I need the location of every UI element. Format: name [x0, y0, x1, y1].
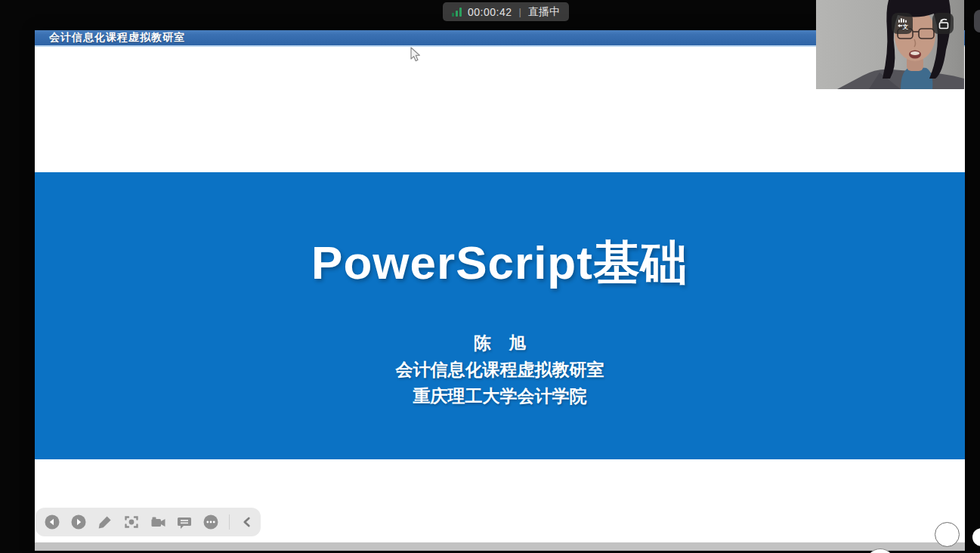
- rotate-view-icon: [935, 16, 951, 31]
- toolbar-divider: [229, 514, 230, 530]
- pen-icon: [97, 514, 113, 530]
- status-divider: |: [518, 6, 522, 17]
- chat-icon: [176, 514, 193, 530]
- slide-org-line2: 重庆理工大学会计学院: [35, 383, 965, 409]
- slide-author: 陈 旭: [35, 330, 965, 357]
- presentation-slide: PowerScript基础 陈 旭 会计信息化课程虚拟教研室 重庆理工大学会计学…: [35, 172, 965, 459]
- collapse-toolbar-button[interactable]: [240, 514, 255, 531]
- window-title: 会计信息化课程虚拟教研室: [49, 31, 185, 45]
- edge-circle-button[interactable]: [972, 528, 980, 546]
- presenter-toolbar: [36, 508, 261, 536]
- edge-panel-button[interactable]: [974, 10, 980, 32]
- laser-pointer-button[interactable]: [123, 514, 140, 531]
- slide-title: PowerScript基础: [35, 231, 965, 295]
- window-bottom-strip: [35, 542, 965, 551]
- presenter-webcam-video[interactable]: 文: [816, 0, 964, 89]
- signal-bars-icon: [452, 8, 462, 17]
- more-icon: [202, 514, 219, 530]
- collapse-chevron-icon: [240, 514, 255, 530]
- previous-slide-icon: [44, 514, 60, 530]
- shared-screen-window: 会计信息化课程虚拟教研室 PowerScript基础 陈 旭 会计信息化课程虚拟…: [35, 30, 965, 551]
- pen-button[interactable]: [97, 514, 113, 531]
- stream-timer: 00:00:42: [468, 6, 512, 18]
- live-label: 直播中: [528, 5, 560, 19]
- svg-text:文: 文: [902, 23, 909, 30]
- voice-to-text-icon: 文: [895, 16, 910, 31]
- next-slide-icon: [70, 514, 87, 530]
- slide-subtitle-block: 陈 旭 会计信息化课程虚拟教研室 重庆理工大学会计学院: [35, 330, 965, 409]
- slide-org-line1: 会计信息化课程虚拟教研室: [35, 357, 965, 383]
- rotate-view-button[interactable]: [932, 13, 954, 34]
- live-status-pill: 00:00:42 | 直播中: [443, 2, 569, 21]
- camera-icon: [150, 514, 166, 530]
- voice-to-text-button[interactable]: 文: [892, 13, 913, 34]
- chat-button[interactable]: [176, 514, 193, 531]
- previous-slide-button[interactable]: [44, 514, 60, 531]
- camera-button[interactable]: [150, 514, 166, 531]
- laser-pointer-icon: [123, 514, 140, 530]
- next-slide-button[interactable]: [70, 514, 87, 531]
- mouse-cursor: [410, 47, 422, 63]
- more-button[interactable]: [202, 514, 219, 531]
- floating-circle-button[interactable]: [935, 522, 960, 547]
